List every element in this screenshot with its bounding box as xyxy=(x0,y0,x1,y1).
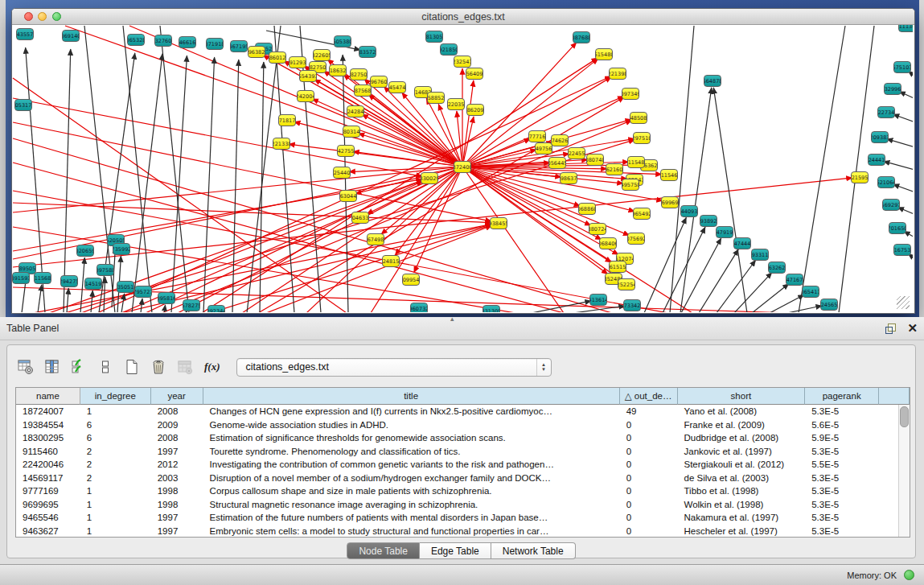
table-cell[interactable]: Stergiakouli et al. (2012) xyxy=(678,458,806,472)
scrollbar-thumb[interactable] xyxy=(900,406,909,427)
table-cell[interactable]: 0 xyxy=(620,418,678,432)
table-cell[interactable]: 1 xyxy=(80,498,151,512)
graph-node[interactable]: 9699695 xyxy=(661,196,679,208)
table-cell[interactable]: Genome-wide association studies in ADHD. xyxy=(203,418,620,432)
new-table-icon[interactable] xyxy=(123,358,141,376)
table-cell[interactable]: 5.3E-5 xyxy=(805,511,879,525)
table-cell[interactable]: Hescheler et al. (1997) xyxy=(678,525,806,538)
table-cell[interactable]: 2 xyxy=(80,445,151,459)
graph-node[interactable]: 18807249 xyxy=(589,223,606,235)
graph-node[interactable]: 10807487 xyxy=(586,154,604,166)
table-cell[interactable]: 5.3E-5 xyxy=(805,498,879,512)
table-cell[interactable]: 5.9E-5 xyxy=(805,431,879,445)
table-cell[interactable]: Dudbridge et al. (2008) xyxy=(678,431,806,445)
graph-node[interactable]: 7485083 xyxy=(630,112,647,124)
graph-node[interactable]: 20691406 xyxy=(62,30,80,42)
graph-node[interactable]: 12213987 xyxy=(609,68,626,80)
graph-node[interactable]: 16543932 xyxy=(299,70,317,82)
column-checklist-icon[interactable] xyxy=(70,358,88,376)
table-cell[interactable]: 5.3E-5 xyxy=(805,484,879,498)
table-cell[interactable]: Jankovic et al. (1997) xyxy=(678,445,806,459)
table-cell[interactable]: 0 xyxy=(620,431,678,445)
graph-node[interactable]: 9875685 xyxy=(354,84,372,97)
table-cell[interactable]: Embryonic stem cells: a model to study s… xyxy=(203,525,620,538)
graph-canvas[interactable]: 1872400714355762069140610653287132760264… xyxy=(12,25,913,312)
table-cell[interactable]: 18724007 xyxy=(16,405,80,418)
table-scrollbar[interactable] xyxy=(898,405,910,538)
table-row[interactable]: 2242004622012Investigating the contribut… xyxy=(16,458,910,472)
table-cell[interactable]: 0 xyxy=(620,525,678,538)
table-cell[interactable]: 5.3E-5 xyxy=(805,405,879,418)
graph-node[interactable]: 391593 xyxy=(12,272,30,284)
graph-node[interactable]: 1588520 xyxy=(427,92,445,104)
graph-node[interactable]: 22420046 xyxy=(297,90,314,102)
graph-node[interactable]: 19654923 xyxy=(633,208,651,220)
graph-node[interactable]: 10688609 xyxy=(578,203,596,215)
table-cell[interactable]: Franke et al. (2009) xyxy=(678,418,806,432)
close-traffic-light-icon[interactable] xyxy=(24,12,33,21)
graph-node[interactable]: 6466160 xyxy=(179,36,196,48)
graph-node[interactable]: 16210643 xyxy=(877,176,895,188)
table-cell[interactable]: 19384554 xyxy=(16,418,80,432)
column-header-5[interactable]: short xyxy=(678,388,806,405)
memory-indicator-icon[interactable] xyxy=(904,570,914,580)
graph-node[interactable]: 8427552 xyxy=(337,145,355,157)
graph-node[interactable]: 8454749 xyxy=(388,81,406,93)
table-cell[interactable]: 2008 xyxy=(151,431,203,445)
graph-node[interactable]: 2053170 xyxy=(14,99,32,111)
graph-node[interactable]: 2803144 xyxy=(343,126,360,138)
graph-node[interactable]: 16782759 xyxy=(183,299,200,311)
graph-node[interactable]: 16053809 xyxy=(334,35,351,47)
column-header-0[interactable]: name xyxy=(16,388,80,405)
graph-node[interactable]: 6479197 xyxy=(716,226,733,238)
table-cell[interactable]: 6 xyxy=(80,431,151,445)
graph-node[interactable]: 7835722 xyxy=(359,46,376,58)
table-source-dropdown[interactable]: citations_edges.txt ▲▼ xyxy=(236,358,552,377)
graph-node[interactable]: 8099542 xyxy=(402,274,420,286)
table-cell[interactable]: 1998 xyxy=(151,498,203,512)
table-cell[interactable]: 5.5E-5 xyxy=(805,458,879,472)
graph-node[interactable]: 8220357 xyxy=(447,98,465,110)
graph-node[interactable]: 10653287 xyxy=(127,34,145,46)
graph-node[interactable]: 9227349 xyxy=(877,106,895,118)
table-cell[interactable]: 0 xyxy=(620,445,678,459)
graph-node[interactable]: 14957584 xyxy=(622,179,639,191)
graph-node[interactable]: 7986372 xyxy=(560,172,577,184)
graph-node[interactable]: 2933114 xyxy=(751,249,769,261)
table-row[interactable]: 1938455462009Genome-wide association stu… xyxy=(16,418,910,432)
table-cell[interactable]: 1997 xyxy=(151,445,203,459)
graph-node[interactable]: 1440934 xyxy=(680,205,698,217)
rows-icon[interactable] xyxy=(97,358,114,376)
graph-node[interactable]: 1435576 xyxy=(16,28,34,40)
table-cell[interactable]: 1 xyxy=(80,484,151,498)
table-cell[interactable]: 0 xyxy=(620,484,678,498)
function-builder-icon[interactable]: f(x) xyxy=(204,360,220,373)
graph-node[interactable]: 9245652 xyxy=(820,299,838,311)
table-cell[interactable]: 5.6E-5 xyxy=(805,418,879,432)
table-cell[interactable]: 5.3E-5 xyxy=(805,472,879,485)
table-cell[interactable]: Wolkin et al. (1998) xyxy=(678,498,806,512)
graph-node[interactable]: 9777169 xyxy=(528,130,546,142)
graph-node[interactable]: 12923446 xyxy=(207,305,225,312)
table-cell[interactable]: 9699695 xyxy=(16,498,80,512)
graph-node[interactable]: 960732 xyxy=(410,303,428,312)
table-cell[interactable]: 1998 xyxy=(151,484,203,498)
graph-node[interactable]: 8471676 xyxy=(786,274,803,286)
graph-node[interactable]: 1350513 xyxy=(117,281,134,293)
table-cell[interactable]: 2003 xyxy=(151,472,203,485)
graph-node[interactable]: 10756928 xyxy=(627,233,645,245)
graph-node[interactable]: 62160 xyxy=(606,163,623,175)
table-row[interactable]: 977716911998Corpus callosum shape and si… xyxy=(16,484,910,498)
table-cell[interactable]: 18300295 xyxy=(16,431,80,445)
graph-node[interactable]: 831305 xyxy=(483,305,500,312)
table-cell[interactable]: Nakamura et al. (1997) xyxy=(678,511,806,525)
graph-node[interactable]: 9115460 xyxy=(660,169,678,181)
graph-node[interactable]: 2718176 xyxy=(278,114,296,126)
graph-node[interactable]: 1733426 xyxy=(623,299,641,311)
table-cell[interactable]: 49 xyxy=(620,405,678,418)
graph-node[interactable]: 12975105 xyxy=(633,132,651,144)
graph-node[interactable]: 10958167 xyxy=(158,292,175,304)
table-row[interactable]: 1872400712008Changes of HCN gene express… xyxy=(16,405,910,418)
graph-node[interactable]: 20564456 xyxy=(548,157,566,169)
table-cell[interactable]: 22420046 xyxy=(16,458,80,472)
